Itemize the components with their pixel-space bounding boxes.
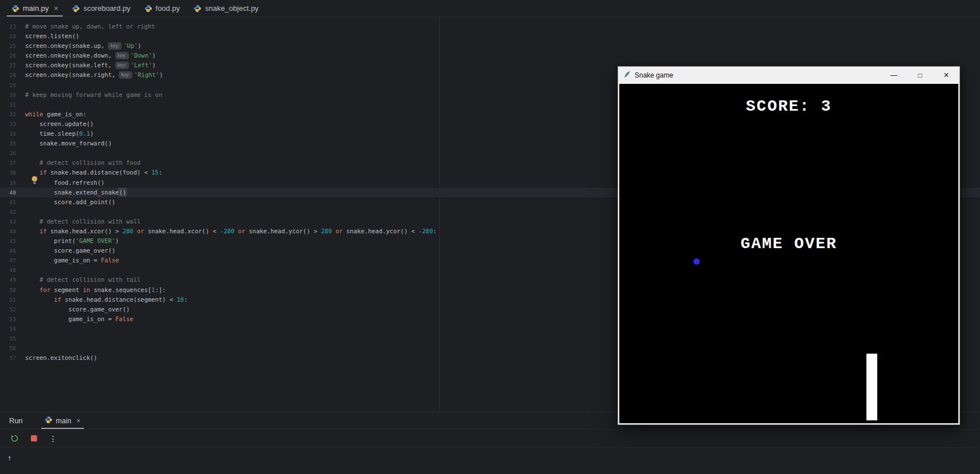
up-arrow-icon[interactable]: ↑	[7, 452, 12, 464]
line-number[interactable]: 28	[0, 70, 19, 80]
code-text: screen.update()	[19, 119, 94, 129]
rerun-button[interactable]	[9, 434, 19, 444]
close-button[interactable]: ×	[933, 67, 959, 84]
python-icon	[11, 5, 19, 13]
line-number[interactable]: 26	[0, 51, 19, 60]
editor-tab-main-py[interactable]: main.py×	[5, 0, 65, 17]
line-number[interactable]: 52	[0, 305, 19, 314]
code-text: # detect collision with food	[19, 158, 140, 168]
game-window-titlebar[interactable]: Snake game — □ ×	[618, 67, 959, 84]
code-text: screen.onkey(snake.right, key:'Right')	[19, 70, 163, 80]
code-text: score.game_over()	[19, 246, 115, 256]
stop-icon	[31, 435, 37, 441]
line-number[interactable]: 33	[0, 119, 19, 129]
line-number[interactable]: 32	[0, 110, 19, 119]
code-line-26[interactable]: 26screen.onkey(snake.down, key:'Down')	[0, 51, 980, 60]
code-text: # detect collision with tail	[19, 275, 140, 285]
line-number[interactable]: 47	[0, 256, 19, 265]
run-tab-label: main	[56, 417, 71, 425]
code-line-23[interactable]: 23# move snake up, down, left or right	[0, 22, 980, 31]
python-icon	[45, 416, 53, 424]
tab-label: main.py	[23, 4, 49, 13]
line-number[interactable]: 57	[0, 353, 19, 363]
maximize-button[interactable]: □	[907, 67, 933, 84]
code-text: screen.onkey(snake.up, key:'Up')	[19, 41, 142, 51]
line-number[interactable]: 24	[0, 31, 19, 41]
code-text: screen.onkey(snake.down, key:'Down')	[19, 51, 156, 60]
game-canvas[interactable]: SCORE: 3 GAME OVER	[619, 84, 958, 423]
line-number[interactable]: 31	[0, 100, 19, 110]
close-icon[interactable]: ×	[54, 4, 59, 13]
line-number[interactable]: 51	[0, 295, 19, 305]
code-line-24[interactable]: 24screen.listen()	[0, 31, 980, 41]
line-number[interactable]: 40	[0, 188, 19, 197]
python-icon	[193, 5, 201, 13]
line-number[interactable]: 55	[0, 334, 19, 343]
game-over-text: GAME OVER	[619, 235, 958, 253]
line-number[interactable]: 37	[0, 158, 19, 168]
code-text: snake.move_forward()	[19, 139, 112, 148]
line-number[interactable]: 49	[0, 275, 19, 285]
line-number[interactable]: 25	[0, 41, 19, 51]
line-number[interactable]: 48	[0, 265, 19, 275]
game-window-title: Snake game	[635, 71, 881, 79]
stop-button[interactable]	[29, 434, 39, 444]
line-number[interactable]: 27	[0, 60, 19, 70]
editor-tab-scoreboard-py[interactable]: scoreboard.py	[65, 0, 137, 17]
line-number[interactable]: 29	[0, 80, 19, 90]
line-number[interactable]: 46	[0, 246, 19, 256]
code-text: screen.onkey(snake.left, key:'Left')	[19, 60, 156, 70]
code-text: game_is_on = False	[19, 256, 119, 265]
snake-body	[866, 354, 877, 420]
run-console[interactable]: ↑ "C:\Users\Igor\PycharmProjects\coffee …	[0, 448, 980, 474]
line-number[interactable]: 45	[0, 236, 19, 246]
line-number[interactable]: 50	[0, 285, 19, 295]
tk-feather-icon	[623, 70, 631, 80]
line-number[interactable]: 36	[0, 148, 19, 158]
code-text: for segment in snake.sequences[1:]:	[19, 285, 166, 295]
code-text: screen.listen()	[19, 31, 79, 41]
code-text: screen.exitonclick()	[19, 353, 97, 363]
code-text: while game_is_on:	[19, 110, 86, 119]
close-icon[interactable]: ×	[76, 417, 80, 425]
editor-tab-bar: main.py×scoreboard.pyfood.pysnake_object…	[0, 0, 980, 17]
code-line-25[interactable]: 25screen.onkey(snake.up, key:'Up')	[0, 41, 980, 51]
line-number[interactable]: 39	[0, 178, 19, 188]
code-text: score.add_point()	[19, 197, 115, 207]
tab-label: food.py	[156, 4, 180, 13]
line-number[interactable]: 41	[0, 197, 19, 207]
line-number[interactable]: 43	[0, 217, 19, 226]
line-number[interactable]: 53	[0, 314, 19, 324]
editor-tab-snake_object-py[interactable]: snake_object.py	[187, 0, 265, 17]
code-text: # move snake up, down, left or right	[19, 22, 155, 31]
python-icon	[72, 5, 80, 13]
line-number[interactable]: 34	[0, 129, 19, 139]
run-tab-main[interactable]: main ×	[39, 412, 86, 429]
line-number[interactable]: 35	[0, 139, 19, 148]
minimize-button[interactable]: —	[881, 67, 907, 84]
more-options-button[interactable]: ⋮	[48, 434, 58, 444]
line-number[interactable]: 56	[0, 343, 19, 353]
snake-game-window: Snake game — □ × SCORE: 3 GAME OVER	[618, 66, 960, 425]
editor-tab-food-py[interactable]: food.py	[138, 0, 187, 17]
code-text: # detect collision with wall	[19, 217, 140, 226]
line-number[interactable]: 30	[0, 90, 19, 100]
run-toolbar: ⋮	[0, 430, 980, 448]
python-icon	[144, 5, 152, 13]
line-number[interactable]: 38	[0, 168, 19, 177]
intention-bulb-icon[interactable]	[31, 176, 39, 185]
code-text: print('GAME OVER')	[19, 236, 119, 246]
code-text: if snake.head.distance(segment) < 10:	[19, 295, 188, 305]
line-number[interactable]: 42	[0, 207, 19, 217]
python-icon	[45, 416, 53, 426]
code-text: score.game_over()	[19, 305, 130, 314]
code-text: game_is_on = False	[19, 314, 134, 324]
line-number[interactable]: 54	[0, 324, 19, 334]
run-panel-title: Run	[9, 412, 23, 429]
code-text: # keep moving forward while game is on	[19, 90, 162, 100]
line-number[interactable]: 23	[0, 22, 19, 31]
code-text: if snake.head.distance(food) < 15:	[19, 168, 162, 177]
code-text: time.sleep(0.1)	[19, 129, 94, 139]
line-number[interactable]: 44	[0, 226, 19, 236]
food-dot	[693, 258, 700, 265]
